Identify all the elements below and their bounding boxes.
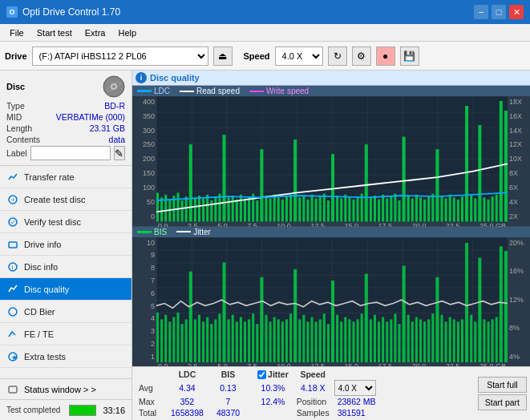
svg-rect-54 bbox=[311, 195, 314, 222]
svg-rect-35 bbox=[232, 196, 234, 222]
drive-select[interactable]: (F:) ATAPI iHBS112 2 PL06 bbox=[32, 46, 208, 66]
svg-rect-164 bbox=[411, 321, 414, 362]
svg-text:✓: ✓ bbox=[10, 219, 16, 226]
minimize-button[interactable]: − bbox=[474, 5, 488, 19]
svg-rect-41 bbox=[256, 200, 258, 221]
svg-rect-78 bbox=[411, 199, 414, 222]
svg-rect-62 bbox=[344, 195, 346, 222]
nav-transfer-rate[interactable]: Transfer rate bbox=[0, 166, 131, 188]
read-speed-label: Read speed bbox=[196, 87, 240, 95]
svg-rect-34 bbox=[228, 197, 230, 221]
nav-disc-info[interactable]: i Disc info bbox=[0, 256, 131, 278]
disc-icon bbox=[103, 75, 125, 98]
fe-te-icon bbox=[6, 328, 19, 341]
nav-verify-test-disc[interactable]: ✓ Verify test disc bbox=[0, 211, 131, 233]
svg-rect-95 bbox=[483, 197, 485, 221]
nav-drive-info[interactable]: Drive info bbox=[0, 233, 131, 256]
label-edit-button[interactable]: ✎ bbox=[114, 146, 125, 160]
burn-button[interactable]: ● bbox=[376, 46, 395, 66]
avg-jitter: 10.3% bbox=[254, 380, 292, 396]
speed-select[interactable]: 4.0 X 8.0 X 16.0 X bbox=[275, 46, 323, 66]
svg-rect-170 bbox=[435, 277, 439, 362]
top-chart-svg bbox=[156, 96, 508, 222]
svg-rect-50 bbox=[293, 139, 297, 221]
svg-rect-85 bbox=[440, 196, 443, 222]
eject-button[interactable]: ⏏ bbox=[213, 46, 233, 66]
position-value: 23862 MB bbox=[334, 396, 379, 407]
menu-help[interactable]: Help bbox=[111, 26, 143, 39]
svg-rect-157 bbox=[382, 317, 384, 362]
svg-rect-111 bbox=[189, 271, 192, 362]
svg-rect-59 bbox=[331, 154, 334, 221]
nav-status-window[interactable]: Status window > > bbox=[0, 378, 131, 399]
svg-rect-185 bbox=[500, 246, 503, 362]
svg-rect-89 bbox=[457, 200, 459, 222]
close-button[interactable]: ✕ bbox=[509, 5, 524, 19]
svg-rect-103 bbox=[156, 312, 159, 362]
stats-footer: LDC BIS Jitter Speed Avg bbox=[132, 366, 530, 420]
svg-rect-44 bbox=[269, 199, 272, 222]
samples-label: Samples bbox=[292, 407, 334, 418]
svg-rect-17 bbox=[156, 192, 159, 221]
disc-panel-title: Disc bbox=[6, 82, 25, 91]
app-title: Opti Drive Control 1.70 bbox=[22, 6, 120, 18]
svg-rect-155 bbox=[374, 314, 376, 362]
disc-panel: Disc Type BD-R MID VERBATIMe (000) bbox=[0, 71, 131, 166]
svg-rect-113 bbox=[198, 314, 200, 362]
svg-rect-91 bbox=[465, 106, 468, 221]
svg-rect-83 bbox=[431, 194, 434, 222]
svg-rect-104 bbox=[160, 319, 163, 362]
svg-rect-28 bbox=[202, 199, 204, 222]
svg-rect-25 bbox=[189, 144, 192, 221]
svg-rect-129 bbox=[265, 314, 267, 362]
create-disc-icon: + bbox=[6, 193, 19, 206]
write-speed-label: Write speed bbox=[266, 87, 309, 95]
nav-create-test-disc[interactable]: + Create test disc bbox=[0, 188, 131, 211]
svg-rect-48 bbox=[285, 196, 288, 221]
ldc-label: LDC bbox=[154, 87, 170, 95]
svg-rect-168 bbox=[427, 319, 430, 362]
nav-cd-bier[interactable]: CD Bier bbox=[0, 301, 131, 323]
svg-rect-47 bbox=[281, 200, 284, 222]
svg-rect-23 bbox=[181, 200, 184, 221]
type-label: Type bbox=[6, 101, 25, 111]
svg-rect-121 bbox=[232, 314, 234, 362]
svg-rect-182 bbox=[488, 321, 490, 362]
svg-rect-136 bbox=[293, 269, 297, 362]
nav-extra-tests[interactable]: ★ Extra tests bbox=[0, 345, 131, 368]
jitter-checkbox[interactable] bbox=[257, 370, 266, 379]
svg-rect-67 bbox=[365, 144, 368, 221]
refresh-button[interactable]: ↻ bbox=[328, 46, 347, 66]
settings-button[interactable]: ⚙ bbox=[352, 46, 371, 66]
svg-rect-32 bbox=[218, 194, 220, 222]
svg-rect-171 bbox=[440, 314, 443, 362]
svg-rect-154 bbox=[370, 319, 372, 362]
svg-rect-99 bbox=[500, 101, 503, 221]
app-icon: O bbox=[6, 6, 18, 18]
svg-rect-151 bbox=[357, 319, 359, 362]
svg-rect-42 bbox=[260, 149, 263, 221]
speed-col-header: Speed bbox=[292, 369, 334, 380]
label-input[interactable] bbox=[30, 146, 111, 160]
menu-file[interactable]: File bbox=[3, 26, 30, 39]
menu-start-test[interactable]: Start test bbox=[30, 26, 79, 39]
svg-rect-105 bbox=[164, 314, 167, 362]
svg-rect-49 bbox=[289, 194, 292, 222]
start-part-button[interactable]: Start part bbox=[478, 394, 527, 410]
nav-disc-quality[interactable]: Disc quality bbox=[0, 278, 131, 301]
svg-rect-39 bbox=[248, 196, 250, 221]
svg-rect-123 bbox=[240, 317, 242, 362]
svg-rect-143 bbox=[323, 313, 326, 362]
avg-bis: 0.13 bbox=[210, 380, 246, 396]
svg-rect-125 bbox=[248, 319, 250, 362]
speed-select-stats[interactable]: 4.0 X bbox=[334, 380, 376, 396]
maximize-button[interactable]: □ bbox=[492, 5, 506, 19]
start-full-button[interactable]: Start full bbox=[478, 377, 527, 393]
save-button[interactable]: 💾 bbox=[400, 46, 419, 66]
menu-extra[interactable]: Extra bbox=[79, 26, 112, 39]
extra-tests-icon: ★ bbox=[6, 350, 19, 363]
svg-rect-174 bbox=[453, 319, 455, 362]
svg-rect-181 bbox=[483, 319, 485, 362]
avg-ldc: 4.34 bbox=[164, 380, 210, 396]
nav-fe-te[interactable]: FE / TE bbox=[0, 323, 131, 345]
